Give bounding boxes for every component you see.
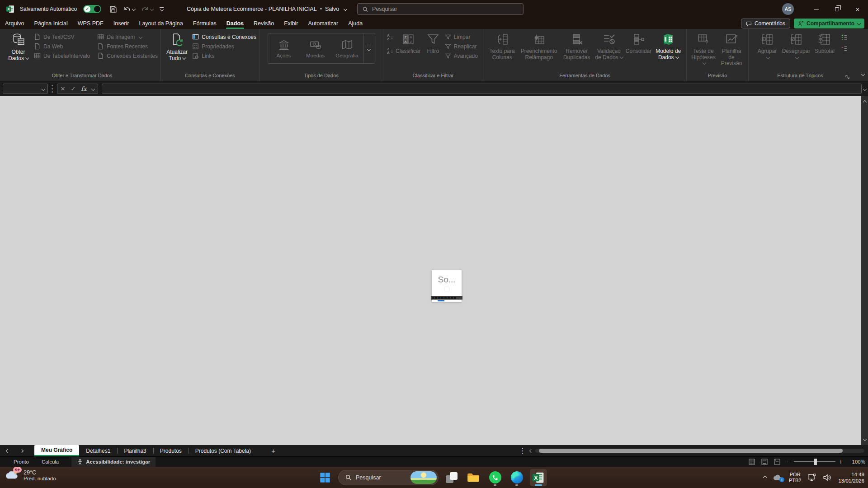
sort-button[interactable]: Classificar <box>393 32 423 56</box>
zoom-in-button[interactable]: + <box>839 458 843 465</box>
text-to-columns-button[interactable]: Texto para Colunas <box>486 32 518 61</box>
what-if-analysis-button[interactable]: Teste de Hipóteses <box>689 32 717 68</box>
remove-duplicates-button[interactable]: Remover Duplicadas <box>560 32 594 61</box>
app-search-input[interactable] <box>372 6 519 12</box>
page-layout-view-button[interactable] <box>761 459 768 465</box>
flash-fill-button[interactable]: Preenchimento Relâmpago <box>518 32 560 61</box>
language-indicator[interactable]: POR PTB2 <box>789 472 802 483</box>
sheet-tab-produtos-com-tabela[interactable]: Produtos (Com Tabela) <box>189 445 258 456</box>
forecast-sheet-button[interactable]: Planilha de Previsão <box>717 32 745 68</box>
sheet-nav-left-button[interactable] <box>0 445 15 456</box>
autosave-toggle[interactable]: ✓ <box>83 5 101 13</box>
from-text-csv-button[interactable]: De Text/CSV <box>34 32 90 42</box>
tab-formulas[interactable]: Fórmulas <box>188 18 222 29</box>
from-web-button[interactable]: Da Web <box>34 42 90 51</box>
share-button[interactable]: Compartilhamento <box>794 19 864 28</box>
tab-revisao[interactable]: Revisão <box>249 18 279 29</box>
undo-button[interactable] <box>123 5 135 13</box>
tab-layout-da-pagina[interactable]: Layout da Página <box>134 18 188 29</box>
taskbar-search-input[interactable] <box>356 474 406 481</box>
sheet-tab-planilha3[interactable]: Planilha3 <box>117 445 153 456</box>
consolidate-button[interactable]: Consolidar <box>624 32 653 56</box>
tab-exibir[interactable]: Exibir <box>279 18 303 29</box>
subtotal-button[interactable]: Subtotal <box>812 32 837 56</box>
sheet-more-button[interactable]: ⋮ <box>519 445 526 456</box>
file-explorer-button[interactable] <box>465 469 482 486</box>
group-button[interactable]: Agrupar <box>754 32 780 60</box>
sheet-nav-right-button[interactable] <box>15 445 28 456</box>
show-detail-button[interactable] <box>841 34 848 41</box>
insert-function-button[interactable]: fx <box>81 85 86 92</box>
tab-dados[interactable]: Dados <box>222 18 249 29</box>
calc-status[interactable]: Calcula <box>35 457 65 467</box>
horizontal-scrollbar[interactable] <box>530 445 864 456</box>
document-title[interactable]: Cópia de Meteora Ecommerce - PLANILHA IN… <box>187 6 347 12</box>
chart-sheet-canvas[interactable]: So... <box>0 96 868 445</box>
zoom-slider[interactable] <box>794 461 835 462</box>
new-sheet-button[interactable]: + <box>264 445 283 456</box>
autosave-control[interactable]: Salvamento Automático ✓ <box>20 5 101 13</box>
clock[interactable]: 14:49 13/01/2026 <box>838 471 864 484</box>
scroll-down-icon[interactable] <box>863 435 866 443</box>
data-model-button[interactable]: Modelo de Dados <box>653 32 684 61</box>
scroll-up-icon[interactable] <box>863 98 866 106</box>
formula-input[interactable] <box>102 84 861 94</box>
redo-button[interactable] <box>142 5 153 13</box>
start-button[interactable] <box>316 469 334 486</box>
whatsapp-button[interactable] <box>486 469 504 486</box>
scroll-left-icon[interactable] <box>529 449 533 452</box>
taskbar-search-box[interactable] <box>338 470 439 485</box>
cancel-icon[interactable]: ✕ <box>61 85 66 92</box>
tab-arquivo[interactable]: Arquivo <box>0 18 29 29</box>
restore-button[interactable] <box>826 0 847 18</box>
tray-show-hidden-button[interactable] <box>764 474 766 482</box>
quick-access-overflow-button[interactable] <box>160 7 164 11</box>
sheet-tab-meu-grafico[interactable]: Meu Gráfico <box>34 445 79 456</box>
sheet-tab-produtos[interactable]: Produtos <box>153 445 189 456</box>
volume-tray-icon[interactable] <box>823 474 832 482</box>
onedrive-tray-icon[interactable]: i <box>773 474 783 481</box>
gallery-more-button[interactable] <box>363 33 375 63</box>
hscroll-thumb[interactable] <box>539 449 843 453</box>
from-image-button[interactable]: Da Imagem <box>97 32 158 42</box>
queries-connections-button[interactable]: Consultas e Conexões <box>192 32 256 42</box>
advanced-filter-button[interactable]: Avançado <box>445 51 478 61</box>
formula-bar-splitter[interactable]: ••• <box>52 84 53 94</box>
edge-button[interactable] <box>508 469 525 486</box>
vertical-scrollbar[interactable] <box>861 96 868 445</box>
weather-widget[interactable]: 9+ 29°C Pred. nublado <box>5 469 56 482</box>
tab-automatizar[interactable]: Automatizar <box>303 18 343 29</box>
data-validation-button[interactable]: Validação de Dados <box>594 32 624 61</box>
existing-connections-button[interactable]: Conexões Existentes <box>97 51 158 61</box>
formula-input-area[interactable] <box>102 84 862 94</box>
hide-detail-button[interactable] <box>841 45 848 52</box>
tab-inserir[interactable]: Inserir <box>108 18 134 29</box>
currencies-data-type[interactable]: Moedas <box>300 33 331 63</box>
ungroup-button[interactable]: Desagrupar <box>780 32 812 60</box>
close-button[interactable]: × <box>847 0 868 18</box>
task-view-button[interactable] <box>443 469 460 486</box>
sheet-tab-detalhes1[interactable]: Detalhes1 <box>79 445 117 456</box>
network-tray-icon[interactable] <box>807 474 816 482</box>
excel-taskbar-button[interactable] <box>530 469 547 486</box>
stocks-data-type[interactable]: Ações <box>268 33 300 63</box>
enter-check-icon[interactable]: ✓ <box>71 85 75 92</box>
properties-button[interactable]: Propriedades <box>192 42 256 51</box>
minimize-button[interactable] <box>806 0 826 18</box>
geography-data-type[interactable]: Geografia <box>331 33 363 63</box>
tab-pagina-inicial[interactable]: Página Inicial <box>29 18 72 29</box>
expand-formula-bar-button[interactable] <box>863 85 866 93</box>
recent-sources-button[interactable]: Fontes Recentes <box>97 42 158 51</box>
reapply-filter-button[interactable]: Reaplicar <box>445 42 478 51</box>
get-data-button[interactable]: Obter Dados <box>6 32 30 62</box>
zoom-out-button[interactable]: − <box>787 458 790 465</box>
sort-az-button[interactable]: AZ↓ <box>387 32 393 43</box>
zoom-level[interactable]: 100% <box>849 459 865 465</box>
sort-za-button[interactable]: ZA↓ <box>387 46 393 56</box>
name-box-input[interactable] <box>6 86 41 92</box>
comments-button[interactable]: Comentários <box>741 19 790 28</box>
name-box[interactable] <box>3 84 48 94</box>
tab-ajuda[interactable]: Ajuda <box>343 18 368 29</box>
page-break-view-button[interactable] <box>774 459 780 465</box>
zoom-slider-thumb[interactable] <box>814 459 817 465</box>
